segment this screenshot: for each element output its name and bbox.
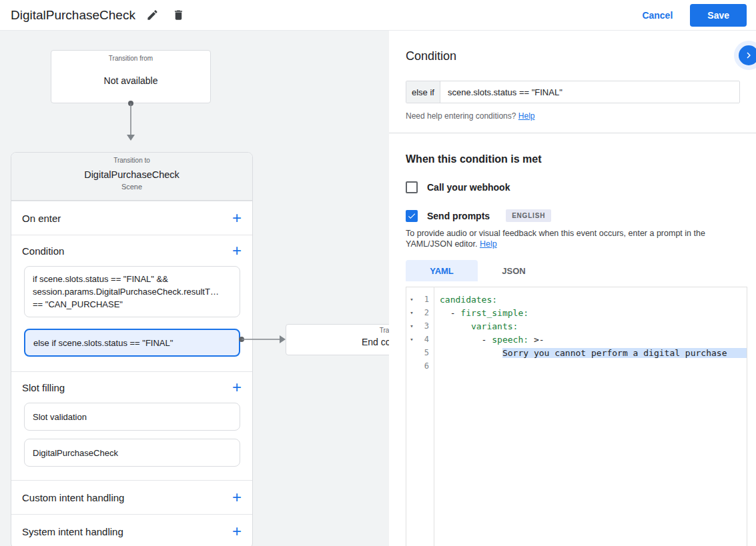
header-left: DigitalPurchaseCheck	[11, 6, 187, 24]
prompt-description: To provide audio or visual feedback when…	[406, 229, 747, 249]
prompt-description-text: To provide audio or visual feedback when…	[406, 229, 705, 249]
gutter-row: ▾1	[406, 293, 434, 306]
help-text: Need help entering conditions?	[406, 111, 516, 121]
add-slot-button[interactable]: +	[232, 380, 242, 395]
pencil-icon	[146, 9, 159, 21]
line-number: 4	[417, 335, 434, 344]
code-token: variants:	[471, 321, 518, 331]
send-prompts-checkbox[interactable]	[406, 210, 418, 222]
webhook-row: Call your webhook	[406, 181, 747, 193]
scene-title: DigitalPurchaseCheck	[11, 169, 252, 180]
gutter-row: ▾4	[406, 333, 434, 346]
condition-label: Condition	[22, 245, 64, 257]
code-line[interactable]: - first_simple:	[434, 306, 747, 319]
condition-input[interactable]	[440, 81, 739, 103]
section-system-intent: System intent handling +	[11, 514, 252, 546]
fold-arrow-icon[interactable]: ▾	[406, 309, 417, 316]
system-intent-row[interactable]: System intent handling +	[11, 515, 252, 546]
panel-body: When this condition is met Call your web…	[389, 153, 756, 546]
send-prompts-label: Send prompts	[427, 211, 490, 221]
custom-intent-label: Custom intent handling	[22, 492, 124, 503]
code-token: candidates:	[434, 295, 497, 305]
custom-intent-row[interactable]: Custom intent handling +	[11, 481, 252, 514]
condition-help-line: Need help entering conditions? Help	[406, 111, 740, 121]
send-prompts-row: Send prompts ENGLISH	[406, 209, 747, 222]
line-number: 2	[417, 308, 434, 317]
slot-filling-row[interactable]: Slot filling +	[11, 372, 252, 403]
condition-panel: Condition else if Need help entering con…	[389, 31, 756, 546]
section-on-enter: On enter +	[11, 201, 252, 235]
fold-arrow-icon[interactable]: ▾	[406, 336, 417, 343]
code-token: >-	[528, 335, 544, 345]
code-line[interactable]: candidates:	[434, 293, 747, 306]
delete-button[interactable]	[169, 6, 187, 24]
transition-from-value: Not available	[51, 75, 210, 86]
editor-code[interactable]: candidates: - first_simple: variants: - …	[434, 287, 747, 546]
page-title: DigitalPurchaseCheck	[11, 8, 135, 23]
fold-arrow-icon[interactable]: ▾	[406, 323, 417, 329]
end-node-value: End conversation	[286, 337, 389, 347]
add-system-intent-button[interactable]: +	[232, 524, 242, 539]
scene-card[interactable]: Transition to DigitalPurchaseCheck Scene…	[11, 152, 253, 546]
add-on-enter-button[interactable]: +	[232, 211, 242, 225]
on-enter-label: On enter	[22, 213, 61, 224]
header-right: Cancel Save	[642, 4, 747, 27]
header: DigitalPurchaseCheck Cancel Save	[0, 0, 756, 31]
slot-filling-label: Slot filling	[22, 382, 65, 393]
tab-yaml[interactable]: YAML	[406, 260, 478, 281]
editor-gutter: ▾1▾2▾3▾456	[406, 287, 434, 546]
line-number: 3	[417, 321, 434, 331]
section-condition: Condition + if scene.slots.status == "FI…	[11, 235, 252, 371]
condition-row[interactable]: Condition +	[11, 235, 252, 266]
trash-icon	[172, 9, 185, 21]
code-token: -	[434, 335, 492, 345]
webhook-checkbox[interactable]	[406, 181, 418, 193]
section-custom-intent: Custom intent handling +	[11, 480, 252, 514]
help-link[interactable]: Help	[518, 111, 535, 121]
flow-canvas[interactable]: Transition from Not available Transition…	[0, 31, 389, 546]
condition-expression-row: else if	[406, 81, 740, 103]
panel-divider	[389, 133, 756, 133]
code-line[interactable]: Sorry you cannot perform a digital purch…	[434, 346, 747, 359]
save-button[interactable]: Save	[690, 4, 747, 27]
code-line[interactable]: - speech: >-	[434, 333, 747, 346]
section-slot-filling: Slot filling + Slot validation DigitalPu…	[11, 371, 252, 480]
code-line[interactable]	[434, 359, 747, 373]
end-conversation-node[interactable]: Transition to End conversation	[286, 324, 389, 355]
description-help-link[interactable]: Help	[480, 239, 497, 249]
yaml-editor[interactable]: ▾1▾2▾3▾456 candidates: - first_simple: v…	[406, 287, 747, 546]
checkmark-icon	[407, 211, 416, 221]
slot-scene-node[interactable]: DigitalPurchaseCheck	[24, 439, 240, 467]
webhook-label: Call your webhook	[427, 182, 510, 193]
arrowhead-down-icon	[127, 135, 135, 141]
add-condition-button[interactable]: +	[232, 243, 242, 258]
cancel-button[interactable]: Cancel	[642, 10, 673, 21]
condition-if-node[interactable]: if scene.slots.status == "FINAL" && sess…	[24, 266, 240, 317]
collapse-panel-button[interactable]	[739, 45, 756, 65]
condition-else-node-selected[interactable]: else if scene.slots.status == "FINAL"	[24, 329, 240, 357]
edit-button[interactable]	[143, 6, 161, 24]
end-node-label: Transition to	[286, 327, 389, 334]
arrowhead-right-icon	[280, 335, 286, 343]
code-token: speech:	[492, 335, 528, 345]
tab-json[interactable]: JSON	[478, 260, 550, 281]
app-root: DigitalPurchaseCheck Cancel Save Transit…	[0, 0, 756, 546]
code-token	[434, 348, 502, 358]
transition-from-node[interactable]: Transition from Not available	[51, 50, 211, 103]
line-number: 1	[417, 295, 434, 304]
slot-validation-node[interactable]: Slot validation	[24, 403, 240, 431]
when-condition-met-title: When this condition is met	[406, 153, 747, 165]
chevron-right-icon	[743, 49, 755, 61]
panel-title: Condition	[406, 49, 740, 63]
panel-header: Condition else if Need help entering con…	[389, 31, 756, 121]
highlighted-code-token: Sorry you cannot perform a digital purch…	[502, 348, 747, 358]
editor-tabs: YAML JSON	[406, 260, 747, 281]
fold-arrow-icon[interactable]: ▾	[406, 296, 417, 303]
line-number: 5	[417, 348, 434, 357]
scene-subtitle: Scene	[11, 183, 252, 191]
code-token: -	[434, 308, 460, 318]
add-custom-intent-button[interactable]: +	[232, 490, 242, 505]
on-enter-row[interactable]: On enter +	[11, 201, 252, 235]
code-line[interactable]: variants:	[434, 319, 747, 333]
gutter-row: ▾3	[406, 319, 434, 333]
